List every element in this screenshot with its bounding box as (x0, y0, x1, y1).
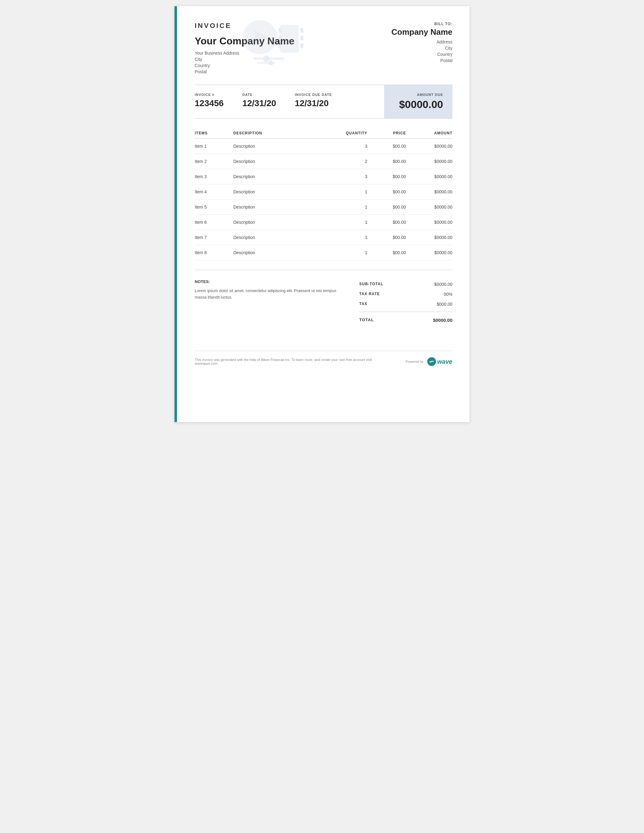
item-name-3: Item 4 (195, 184, 233, 199)
item-name-4: Item 5 (195, 199, 233, 215)
wave-text: wave (437, 358, 452, 365)
item-desc-7: Description (233, 245, 336, 261)
item-amount-0: $0000.00 (406, 139, 452, 154)
col-header-quantity: QUANTITY (336, 128, 368, 139)
item-desc-5: Description (233, 215, 336, 230)
bill-to-country: Country (390, 52, 452, 57)
company-logo-watermark (235, 19, 303, 66)
table-row: Item 6 Description 1 $00.00 $0000.00 (195, 215, 452, 230)
items-table: ITEMS DESCRIPTION QUANTITY PRICE AMOUNT … (195, 128, 452, 261)
invoice-number-block: INVOICE # 123456 (195, 93, 224, 111)
bill-to-city: City (390, 46, 452, 51)
item-price-1: $00.00 (367, 154, 406, 169)
date-label: DATE (242, 93, 276, 96)
item-qty-3: 1 (336, 184, 368, 199)
svg-point-10 (263, 56, 269, 62)
amount-due-value: $0000.00 (393, 98, 443, 111)
notes-text: Lorem ipsum dolor sit amet, consectetur … (195, 288, 338, 301)
item-qty-6: 1 (336, 230, 368, 245)
item-qty-1: 2 (336, 154, 368, 169)
svg-point-12 (268, 61, 273, 65)
item-desc-1: Description (233, 154, 336, 169)
header-left: INVOICE (195, 22, 390, 76)
col-header-description: DESCRIPTION (233, 128, 336, 139)
svg-rect-2 (280, 25, 299, 53)
accent-bar (174, 6, 177, 422)
item-amount-7: $0000.00 (406, 245, 452, 261)
date-value: 12/31/20 (242, 98, 276, 108)
amount-due-label: AMOUNT DUE (393, 93, 443, 96)
item-price-6: $00.00 (367, 230, 406, 245)
header-section: INVOICE (195, 22, 452, 76)
svg-rect-7 (300, 36, 303, 40)
items-tbody: Item 1 Description 3 $00.00 $0000.00 Ite… (195, 139, 452, 261)
table-row: Item 8 Description 1 $00.00 $0000.00 (195, 245, 452, 261)
bill-to-postal: Postal (390, 58, 452, 63)
totals-divider (359, 312, 452, 312)
item-amount-1: $0000.00 (406, 154, 452, 169)
item-price-4: $00.00 (367, 199, 406, 215)
tax-value: $000.00 (436, 302, 452, 307)
col-header-price: PRICE (367, 128, 406, 139)
item-qty-4: 1 (336, 199, 368, 215)
table-row: Item 7 Description 1 $00.00 $0000.00 (195, 230, 452, 245)
item-name-5: Item 6 (195, 215, 233, 230)
notes-label: NOTES: (195, 279, 338, 284)
item-name-6: Item 7 (195, 230, 233, 245)
header-right: BILL TO: Company Name Address City Count… (390, 22, 452, 64)
table-row: Item 3 Description 3 $00.00 $0000.00 (195, 169, 452, 184)
col-header-amount: AMOUNT (406, 128, 452, 139)
svg-rect-4 (279, 36, 282, 40)
item-qty-5: 1 (336, 215, 368, 230)
due-date-label: INVOICE DUE DATE (295, 93, 332, 96)
bill-to-company: Company Name (390, 27, 452, 37)
item-name-1: Item 2 (195, 154, 233, 169)
powered-by-text: Powered by (406, 360, 423, 363)
subtotal-label: SUB-TOTAL (359, 282, 383, 287)
due-date-block: INVOICE DUE DATE 12/31/20 (295, 93, 332, 111)
notes-section: NOTES: Lorem ipsum dolor sit amet, conse… (195, 279, 338, 326)
item-amount-3: $0000.00 (406, 184, 452, 199)
table-row: Item 2 Description 2 $00.00 $0000.00 (195, 154, 452, 169)
table-row: Item 5 Description 1 $00.00 $0000.00 (195, 199, 452, 215)
col-header-items: ITEMS (195, 128, 233, 139)
invoice-number-label: INVOICE # (195, 93, 224, 96)
item-price-2: $00.00 (367, 169, 406, 184)
bill-to-address: Address (390, 39, 452, 44)
footer-brand: Powered by wave (406, 357, 452, 366)
invoice-page: INVOICE (174, 6, 470, 422)
tax-rate-row: TAX RATE 00% (359, 289, 452, 299)
items-section: ITEMS DESCRIPTION QUANTITY PRICE AMOUNT … (195, 128, 452, 261)
tax-label: TAX (359, 302, 367, 307)
svg-rect-8 (300, 43, 303, 48)
tax-rate-value: 00% (444, 292, 452, 297)
item-desc-2: Description (233, 169, 336, 184)
item-price-3: $00.00 (367, 184, 406, 199)
item-amount-5: $0000.00 (406, 215, 452, 230)
item-desc-4: Description (233, 199, 336, 215)
svg-rect-3 (279, 28, 282, 32)
item-price-5: $00.00 (367, 215, 406, 230)
item-qty-7: 1 (336, 245, 368, 261)
date-block: DATE 12/31/20 (242, 93, 276, 111)
footer-text: This invoice was generated with the help… (195, 358, 381, 365)
amount-due-block: AMOUNT DUE $0000.00 (384, 85, 452, 118)
item-name-2: Item 3 (195, 169, 233, 184)
subtotal-value: $0000.00 (435, 282, 452, 287)
item-amount-4: $0000.00 (406, 199, 452, 215)
item-price-0: $00.00 (367, 139, 406, 154)
item-desc-3: Description (233, 184, 336, 199)
total-label: TOTAL (359, 317, 374, 323)
item-price-7: $00.00 (367, 245, 406, 261)
company-postal: Postal (195, 69, 390, 74)
table-row: Item 4 Description 1 $00.00 $0000.00 (195, 184, 452, 199)
bottom-section: NOTES: Lorem ipsum dolor sit amet, conse… (195, 270, 452, 326)
bill-to-label: BILL TO: (390, 22, 452, 26)
total-value: $0000.00 (433, 317, 452, 323)
item-amount-2: $0000.00 (406, 169, 452, 184)
item-name-7: Item 8 (195, 245, 233, 261)
item-qty-0: 3 (336, 139, 368, 154)
table-header-row: ITEMS DESCRIPTION QUANTITY PRICE AMOUNT (195, 128, 452, 139)
svg-rect-6 (300, 28, 303, 32)
invoice-number-value: 123456 (195, 98, 224, 108)
